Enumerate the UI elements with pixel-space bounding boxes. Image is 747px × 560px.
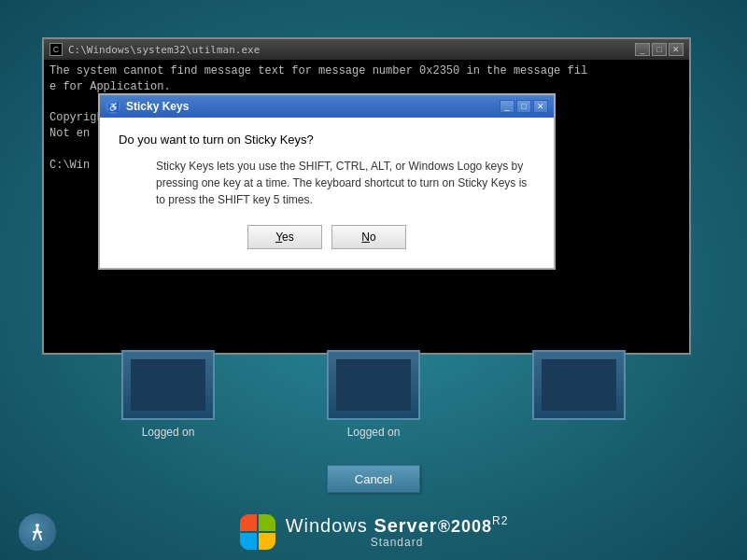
- windows-logo: [239, 513, 276, 551]
- sticky-question-text: Do you want to turn on Sticky Keys?: [119, 133, 535, 147]
- sticky-keys-titlebar: ♿ Sticky Keys _ □ ✕: [100, 95, 554, 118]
- cmd-minimize-button[interactable]: _: [635, 43, 650, 56]
- year-label: ®2008: [438, 517, 492, 536]
- cmd-window-controls: _ □ ✕: [635, 43, 684, 56]
- sessions-row: Logged on Logged on: [0, 350, 747, 439]
- sticky-dialog-buttons: Yes No: [119, 225, 535, 257]
- sticky-no-button[interactable]: No: [331, 225, 406, 249]
- cmd-app-icon: C: [49, 43, 63, 56]
- session-item-2[interactable]: Logged on: [327, 350, 420, 439]
- logo-green-quadrant: [259, 514, 275, 531]
- sticky-keys-dialog: ♿ Sticky Keys _ □ ✕ Do you want to turn …: [98, 93, 556, 270]
- svg-point-0: [35, 524, 39, 527]
- accessibility-icon: [26, 521, 49, 543]
- cmd-close-button[interactable]: ✕: [669, 43, 684, 56]
- sticky-yes-label: Yes: [275, 231, 294, 244]
- session-label-1: Logged on: [142, 426, 195, 439]
- cancel-container: Cancel: [0, 465, 747, 493]
- session-thumb-3: [532, 350, 626, 420]
- logo-red-quadrant: [240, 514, 257, 531]
- logo-yellow-quadrant: [259, 533, 275, 550]
- sticky-keys-icon: ♿: [106, 99, 120, 114]
- bottom-bar: Windows Server®2008R2 Standard: [0, 504, 747, 560]
- r2-label: R2: [492, 514, 508, 527]
- cancel-button[interactable]: Cancel: [327, 465, 420, 493]
- sticky-maximize-button[interactable]: □: [516, 100, 531, 113]
- sticky-close-button[interactable]: ✕: [533, 100, 548, 113]
- cmd-titlebar: C C:\Windows\system32\utilman.exe _ □ ✕: [44, 39, 689, 60]
- windows-edition: Standard: [286, 536, 509, 549]
- sticky-titlebar-left: ♿ Sticky Keys: [106, 99, 189, 114]
- windows-label: Windows: [286, 515, 374, 536]
- cmd-maximize-button[interactable]: □: [652, 43, 667, 56]
- ease-of-access-button[interactable]: [19, 513, 56, 551]
- sticky-keys-title: Sticky Keys: [126, 100, 189, 113]
- cmd-line-1: The system cannot find message text for …: [49, 63, 684, 79]
- cancel-label: Cancel: [355, 472, 392, 486]
- sticky-minimize-button[interactable]: _: [500, 100, 514, 113]
- server-label: Server: [374, 515, 437, 536]
- sticky-description-text: Sticky Keys lets you use the SHIFT, CTRL…: [156, 158, 535, 208]
- windows-text-area: Windows Server®2008R2 Standard: [286, 515, 509, 550]
- sticky-no-label: No: [361, 231, 375, 244]
- session-item-1[interactable]: Logged on: [121, 350, 215, 439]
- session-label-2: Logged on: [347, 426, 401, 439]
- windows-brand-area: Windows Server®2008R2 Standard: [239, 513, 509, 551]
- cmd-titlebar-left: C C:\Windows\system32\utilman.exe: [49, 43, 260, 56]
- sticky-dialog-content: Do you want to turn on Sticky Keys? Stic…: [100, 118, 554, 268]
- sticky-window-controls: _ □ ✕: [500, 100, 548, 113]
- session-item-3[interactable]: [532, 350, 626, 439]
- sticky-yes-button[interactable]: Yes: [247, 225, 322, 249]
- logo-blue-quadrant: [240, 533, 257, 550]
- cmd-title: C:\Windows\system32\utilman.exe: [68, 44, 260, 56]
- windows-server-title: Windows Server®2008R2: [286, 515, 509, 537]
- session-thumb-2: [327, 350, 420, 420]
- session-thumb-1: [121, 350, 215, 420]
